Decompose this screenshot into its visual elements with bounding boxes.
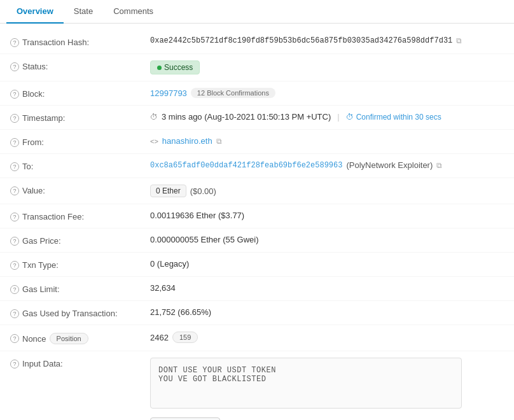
value-label: ? Value: bbox=[10, 185, 150, 195]
input-data-value: DONT USE YOUR USDT TOKEN YOU VE GOT BLAC… bbox=[150, 358, 504, 420]
help-icon[interactable]: ? bbox=[10, 138, 19, 147]
copy-hash-icon[interactable]: ⧉ bbox=[456, 36, 462, 45]
tab-comments[interactable]: Comments bbox=[103, 0, 163, 24]
transaction-fee-value: 0.00119636 Ether ($3.77) bbox=[150, 211, 504, 220]
block-confirmations: 12 Block Confirmations bbox=[191, 88, 275, 98]
help-icon[interactable]: ? bbox=[10, 90, 19, 99]
status-row: ? Status: Success bbox=[0, 54, 514, 81]
transaction-fee-row: ? Transaction Fee: 0.00119636 Ether ($3.… bbox=[0, 204, 514, 228]
gas-limit-label: ? Gas Limit: bbox=[10, 283, 150, 294]
success-dot bbox=[157, 66, 162, 70]
value-value: 0 Ether ($0.00) bbox=[150, 185, 504, 197]
transaction-hash-row: ? Transaction Hash: 0xae2442c5b5721df8c1… bbox=[0, 30, 514, 54]
gas-used-row: ? Gas Used by Transaction: 21,752 (66.65… bbox=[0, 301, 514, 325]
gas-used-label: ? Gas Used by Transaction: bbox=[10, 307, 150, 318]
help-icon[interactable]: ? bbox=[10, 309, 19, 318]
help-icon[interactable]: ? bbox=[10, 114, 19, 123]
gas-used-value: 21,752 (66.65%) bbox=[150, 307, 504, 317]
gas-limit-row: ? Gas Limit: 32,634 bbox=[0, 277, 514, 301]
view-input-button[interactable]: View Input As ▾ bbox=[150, 417, 220, 420]
help-icon[interactable]: ? bbox=[10, 360, 19, 368]
transaction-hash-label: ? Transaction Hash: bbox=[10, 36, 150, 47]
copy-to-icon[interactable]: ⧉ bbox=[436, 161, 442, 170]
help-icon[interactable]: ? bbox=[10, 186, 19, 195]
status-label: ? Status: bbox=[10, 60, 150, 71]
from-row: ? From: <> hanashiro.eth ⧉ bbox=[0, 130, 514, 154]
transaction-fee-label: ? Transaction Fee: bbox=[10, 211, 150, 221]
timestamp-row: ? Timestamp: ⏱ 3 mins ago (Aug-10-2021 0… bbox=[0, 106, 514, 130]
to-address-link[interactable]: 0xc8a65fadf0e0ddaf421f28feab69bf6e2e5899… bbox=[150, 161, 342, 170]
input-data-label: ? Input Data: bbox=[10, 358, 150, 368]
code-icon: <> bbox=[150, 137, 158, 145]
to-value: 0xc8a65fadf0e0ddaf421f28feab69bf6e2e5899… bbox=[150, 160, 504, 170]
help-icon[interactable]: ? bbox=[10, 38, 19, 47]
clock-confirmed-icon: ⏱ bbox=[346, 113, 354, 122]
ether-badge: 0 Ether bbox=[150, 185, 186, 197]
block-label: ? Block: bbox=[10, 88, 150, 99]
gas-price-value: 0.000000055 Ether (55 Gwei) bbox=[150, 235, 504, 244]
timestamp-value: ⏱ 3 mins ago (Aug-10-2021 01:50:13 PM +U… bbox=[150, 112, 504, 122]
help-icon[interactable]: ? bbox=[10, 285, 19, 294]
block-number-link[interactable]: 12997793 bbox=[150, 88, 187, 98]
help-icon[interactable]: ? bbox=[10, 162, 19, 171]
status-value: Success bbox=[150, 60, 504, 74]
value-row: ? Value: 0 Ether ($0.00) bbox=[0, 178, 514, 204]
input-data-box: DONT USE YOUR USDT TOKEN YOU VE GOT BLAC… bbox=[150, 358, 462, 409]
from-value: <> hanashiro.eth ⧉ bbox=[150, 136, 504, 146]
overview-content: ? Transaction Hash: 0xae2442c5b5721df8c1… bbox=[0, 24, 514, 420]
block-value: 12997793 12 Block Confirmations bbox=[150, 88, 504, 98]
gas-limit-value: 32,634 bbox=[150, 283, 504, 293]
transaction-hash-value: 0xae2442c5b5721df8c190fd8f59b53b6dc56a87… bbox=[150, 36, 504, 45]
nonce-value: 2462 159 bbox=[150, 332, 504, 343]
clock-icon: ⏱ bbox=[150, 113, 158, 122]
txn-type-label: ? Txn Type: bbox=[10, 259, 150, 270]
to-row: ? To: 0xc8a65fadf0e0ddaf421f28feab69bf6e… bbox=[0, 154, 514, 178]
from-label: ? From: bbox=[10, 136, 150, 147]
txn-type-row: ? Txn Type: 0 (Legacy) bbox=[0, 253, 514, 277]
tab-overview[interactable]: Overview bbox=[6, 0, 64, 24]
separator: | bbox=[335, 112, 342, 122]
tab-bar: Overview State Comments bbox=[0, 0, 514, 24]
position-label-badge: Position bbox=[50, 333, 88, 344]
help-icon[interactable]: ? bbox=[10, 334, 19, 343]
gas-price-label: ? Gas Price: bbox=[10, 235, 150, 246]
tab-state[interactable]: State bbox=[64, 0, 103, 24]
txn-type-value: 0 (Legacy) bbox=[150, 259, 504, 269]
help-icon[interactable]: ? bbox=[10, 237, 19, 246]
block-row: ? Block: 12997793 12 Block Confirmations bbox=[0, 81, 514, 106]
input-data-row: ? Input Data: DONT USE YOUR USDT TOKEN Y… bbox=[0, 351, 514, 420]
to-label: ? To: bbox=[10, 160, 150, 171]
help-icon[interactable]: ? bbox=[10, 213, 19, 221]
position-value-badge: 159 bbox=[172, 332, 198, 343]
copy-from-icon[interactable]: ⧉ bbox=[216, 137, 222, 146]
help-icon[interactable]: ? bbox=[10, 62, 19, 71]
timestamp-label: ? Timestamp: bbox=[10, 112, 150, 123]
nonce-row: ? Nonce Position 2462 159 bbox=[0, 325, 514, 351]
help-icon[interactable]: ? bbox=[10, 261, 19, 270]
status-badge: Success bbox=[150, 60, 200, 74]
from-address-link[interactable]: hanashiro.eth bbox=[162, 136, 212, 146]
gas-price-row: ? Gas Price: 0.000000055 Ether (55 Gwei) bbox=[0, 228, 514, 253]
nonce-label: ? Nonce Position bbox=[10, 332, 150, 344]
confirmed-badge: ⏱ Confirmed within 30 secs bbox=[346, 113, 441, 122]
